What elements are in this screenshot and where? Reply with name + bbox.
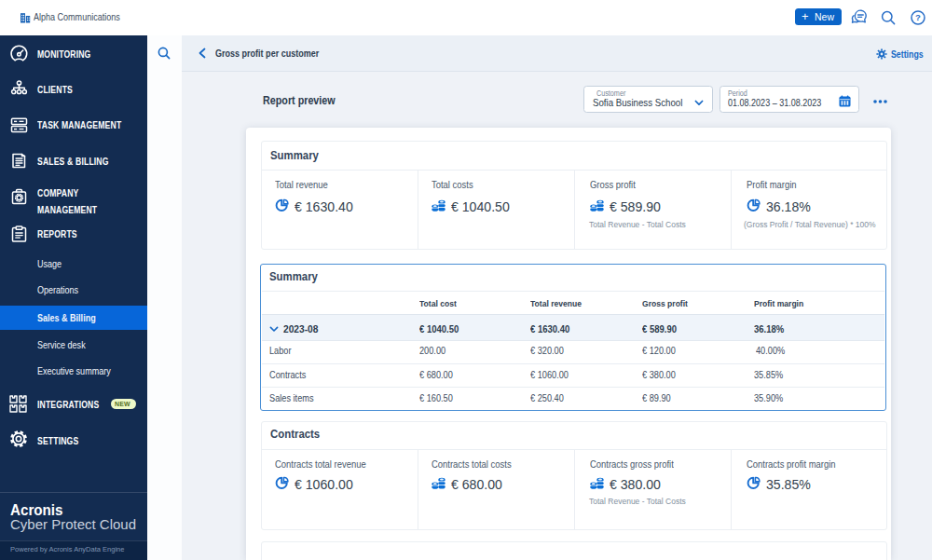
svg-text:?: ? xyxy=(915,12,921,22)
